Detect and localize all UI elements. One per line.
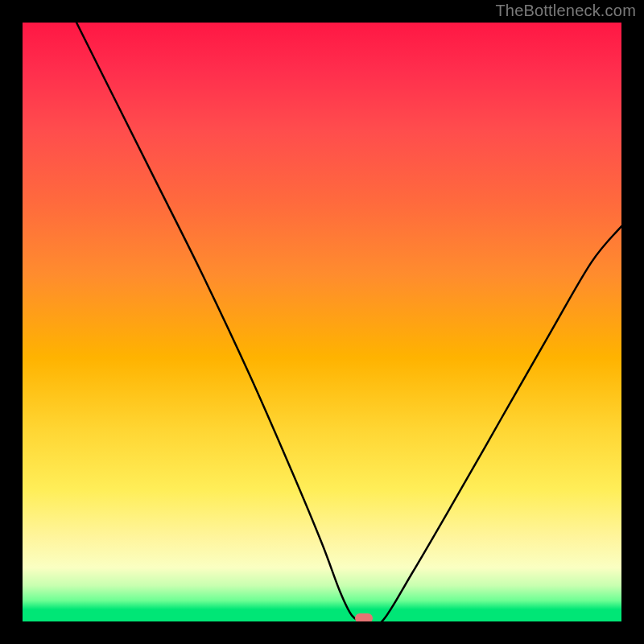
plot-area (23, 23, 621, 621)
chart-frame: TheBottleneck.com (0, 0, 644, 644)
optimal-point-marker (355, 613, 373, 621)
watermark-text: TheBottleneck.com (495, 2, 636, 20)
bottleneck-curve (23, 23, 621, 621)
